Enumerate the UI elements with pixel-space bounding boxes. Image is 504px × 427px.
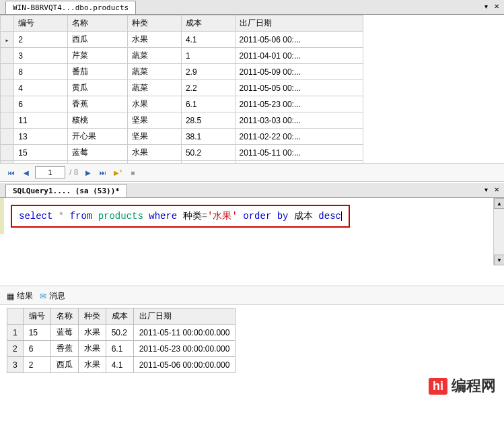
record-navigator: ⏮ ◀ / 8 ▶ ⏭ ▶* ■ [0, 163, 504, 182]
last-record-button[interactable]: ⏭ [97, 166, 109, 178]
tab-results[interactable]: ▦结果 [7, 290, 33, 302]
header-row: 编号 名称 种类 成本 出厂日期 [7, 308, 236, 325]
watermark-logo: hi [429, 378, 447, 395]
new-record-button[interactable]: ▶* [112, 166, 124, 178]
grid-icon: ▦ [7, 292, 14, 301]
result-row[interactable]: 26香蕉水果6.12011-05-23 00:00:00.000 [7, 341, 236, 357]
sql-statement: select * from products where 种类='水果' ord… [11, 205, 350, 228]
scroll-up-icon[interactable]: ▲ [494, 198, 504, 209]
prev-record-button[interactable]: ◀ [20, 166, 32, 178]
table-row[interactable]: 4黄瓜蔬菜2.22011-05-05 00:... [1, 80, 363, 96]
table-tab[interactable]: WIN-B8RVQT4...dbo.products [5, 1, 136, 14]
scroll-down-icon[interactable]: ▼ [494, 255, 504, 265]
close-icon[interactable]: ✕ [492, 185, 501, 194]
sql-editor[interactable]: select * from products where 种类='水果' ord… [0, 198, 504, 234]
watermark-text: 编程网 [452, 376, 496, 396]
result-row[interactable]: 32西瓜水果4.12011-05-06 00:00:00.000 [7, 357, 236, 373]
new-row[interactable]: *NULLNULLNULLNULLNULL [1, 161, 363, 164]
dropdown-icon[interactable]: ▾ [481, 1, 491, 11]
first-record-button[interactable]: ⏮ [5, 166, 17, 178]
result-grid[interactable]: 编号 名称 种类 成本 出厂日期 115蓝莓水果50.22011-05-11 0… [7, 308, 236, 373]
data-grid-area: 编号 名称 种类 成本 出厂日期 ▸2西瓜水果4.12011-05-06 00:… [0, 15, 504, 163]
table-row[interactable]: 13开心果坚果38.12011-02-22 00:... [1, 129, 363, 145]
header-row: 编号 名称 种类 成本 出厂日期 [1, 15, 363, 32]
table-row[interactable]: 6香蕉水果6.12011-05-23 00:... [1, 96, 363, 112]
record-number-input[interactable] [35, 166, 65, 178]
close-icon[interactable]: ✕ [492, 1, 501, 11]
watermark: hi 编程网 [429, 376, 496, 396]
table-row[interactable]: 11核桃坚果28.52011-03-03 00:... [1, 112, 363, 129]
next-record-button[interactable]: ▶ [82, 166, 94, 178]
query-tab[interactable]: SQLQuery1.... (sa (53))* [5, 184, 127, 197]
message-icon: ✉ [40, 292, 46, 301]
table-row[interactable]: 15蓝莓水果50.22011-05-11 00:... [1, 145, 363, 161]
record-total: / 8 [69, 168, 78, 177]
dropdown-icon[interactable]: ▾ [481, 185, 491, 194]
table-row[interactable]: 3芹菜蔬菜12011-04-01 00:... [1, 48, 363, 64]
data-tab-bar: WIN-B8RVQT4...dbo.products ▾ ✕ [0, 0, 504, 15]
query-tab-bar: SQLQuery1.... (sa (53))* ▾ ✕ [0, 183, 504, 198]
stop-button[interactable]: ■ [127, 166, 139, 178]
data-grid[interactable]: 编号 名称 种类 成本 出厂日期 ▸2西瓜水果4.12011-05-06 00:… [0, 15, 363, 163]
editor-scrollbar[interactable]: ▲ ▼ [493, 198, 504, 265]
result-row[interactable]: 115蓝莓水果50.22011-05-11 00:00:00.000 [7, 325, 236, 341]
result-tabs: ▦结果 ✉消息 [0, 286, 504, 304]
table-row[interactable]: ▸2西瓜水果4.12011-05-06 00:... [1, 32, 363, 48]
tab-messages[interactable]: ✉消息 [40, 290, 65, 302]
table-row[interactable]: 8番茄蔬菜2.92011-05-09 00:... [1, 64, 363, 80]
